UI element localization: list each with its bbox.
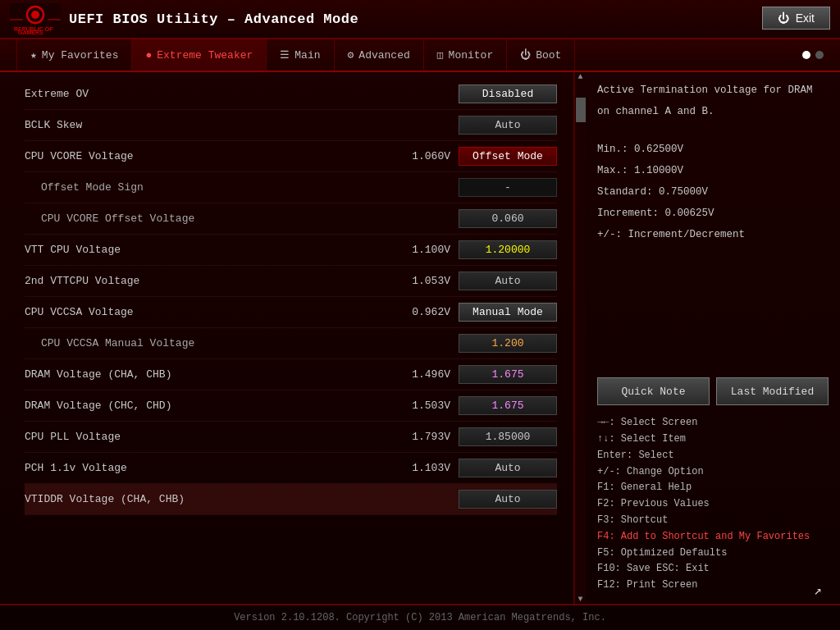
setting-value-cpu-pll[interactable]: 1.85000 (459, 427, 557, 446)
footer-text: Version 2.10.1208. Copyright (C) 2013 Am… (234, 612, 606, 623)
help-line-5: F1: General Help (597, 480, 829, 496)
last-modified-button[interactable]: Last Modified (716, 377, 829, 405)
header: REPUBLIC OF GAMERS UEFI BIOS Utility – A… (0, 0, 840, 39)
setting-current-cpu-vcore: 1.060V (385, 150, 450, 162)
help-line-9: F5: Optimized Defaults (597, 546, 829, 562)
setting-name-bclk-skew: BCLK Skew (25, 119, 385, 131)
setting-value-vtt-cpu[interactable]: 1.20000 (459, 240, 557, 259)
setting-name-extreme-ov: Extreme OV (25, 88, 385, 100)
setting-current-pch-11v: 1.103V (385, 462, 450, 474)
setting-row-offset-sign[interactable]: Offset Mode Sign - (25, 172, 557, 203)
info-line-5: Standard: 0.75000V (597, 184, 829, 200)
nav-item-advanced[interactable]: ⚙ Advanced (335, 39, 424, 71)
setting-name-vtt-cpu: VTT CPU Voltage (25, 244, 385, 256)
setting-name-vtiddr-chachb: VTIDDR Voltage (CHA, CHB) (25, 493, 385, 505)
cursor-icon: ↗ (814, 582, 822, 599)
setting-row-vtiddr-chachb[interactable]: VTIDDR Voltage (CHA, CHB) Auto (25, 484, 557, 515)
footer: Version 2.10.1208. Copyright (C) 2013 Am… (0, 604, 840, 630)
help-line-4: +/-: Change Option (597, 464, 829, 481)
info-line-4: Max.: 1.10000V (597, 162, 829, 179)
info-line-6: Increment: 0.00625V (597, 205, 829, 221)
main-content: Extreme OV Disabled BCLK Skew Auto CPU V… (0, 72, 840, 604)
nav-item-favorites[interactable]: ★ My Favorites (16, 39, 132, 71)
setting-value-vcore-offset[interactable]: 0.060 (459, 209, 557, 228)
star-icon: ★ (30, 48, 37, 62)
help-line-2: ↑↓: Select Item (597, 431, 829, 448)
setting-value-cpu-vccsa[interactable]: Manual Mode (459, 303, 557, 322)
scroll-thumb[interactable] (576, 98, 586, 122)
nav-dots (802, 51, 824, 59)
setting-row-cpu-pll[interactable]: CPU PLL Voltage 1.793V 1.85000 (25, 422, 557, 453)
setting-name-pch-11v: PCH 1.1v Voltage (25, 462, 385, 474)
setting-name-cpu-vccsa: CPU VCCSA Voltage (25, 306, 385, 318)
setting-name-vcore-offset: CPU VCORE Offset Voltage (25, 212, 385, 225)
monitor-icon: ◫ (437, 48, 444, 62)
setting-value-offset-sign[interactable]: - (459, 178, 557, 197)
setting-row-pch-11v[interactable]: PCH 1.1v Voltage 1.103V Auto (25, 453, 557, 484)
setting-row-dram-chachb[interactable]: DRAM Voltage (CHA, CHB) 1.496V 1.675 (25, 359, 557, 390)
help-line-3: Enter: Select (597, 448, 829, 464)
setting-value-vtiddr-chachb[interactable]: Auto (459, 490, 557, 509)
nav-item-monitor[interactable]: ◫ Monitor (424, 39, 507, 71)
setting-value-2nd-vttcpu[interactable]: Auto (459, 272, 557, 290)
setting-current-cpu-pll: 1.793V (385, 431, 450, 443)
exit-button[interactable]: ⏻ Exit (762, 7, 830, 30)
nav-dot-2 (815, 51, 824, 59)
help-line-6: F2: Previous Values (597, 496, 829, 513)
quick-note-button[interactable]: Quick Note (597, 377, 710, 405)
setting-value-cpu-vcore[interactable]: Offset Mode (459, 147, 557, 166)
setting-current-cpu-vccsa: 0.962V (385, 306, 450, 318)
setting-row-2nd-vttcpu[interactable]: 2nd VTTCPU Voltage 1.053V Auto (25, 266, 557, 297)
setting-value-bclk-skew[interactable]: Auto (459, 116, 557, 135)
help-line-10: F10: Save ESC: Exit (597, 561, 829, 578)
setting-row-vtt-cpu[interactable]: VTT CPU Voltage 1.100V 1.20000 (25, 235, 557, 266)
setting-name-cpu-vcore: CPU VCORE Voltage (25, 150, 385, 162)
setting-current-2nd-vttcpu: 1.053V (385, 275, 450, 287)
setting-value-dram-chachb[interactable]: 1.675 (459, 365, 557, 384)
navbar: ★ My Favorites ● Extreme Tweaker ☰ Main … (0, 39, 840, 72)
setting-value-vccsa-manual[interactable]: 1.200 (459, 334, 557, 353)
scroll-down-arrow[interactable]: ▼ (578, 595, 582, 604)
info-line-7: +/-: Increment/Decrement (597, 226, 829, 243)
setting-name-vccsa-manual: CPU VCCSA Manual Voltage (25, 337, 385, 349)
help-line-8: F4: Add to Shortcut and My Favorites (597, 529, 829, 546)
setting-name-dram-chcchd: DRAM Voltage (CHC, CHD) (25, 399, 385, 412)
help-line-7: F3: Shortcut (597, 513, 829, 529)
setting-name-offset-sign: Offset Mode Sign (25, 181, 385, 194)
scroll-up-arrow[interactable]: ▲ (578, 72, 582, 81)
gear-icon: ⚙ (348, 48, 354, 62)
scroll-track[interactable]: ▲ ▼ (574, 72, 586, 604)
rog-logo: REPUBLIC OF GAMERS (10, 3, 61, 34)
setting-value-dram-chcchd[interactable]: 1.675 (459, 396, 557, 415)
setting-name-cpu-pll: CPU PLL Voltage (25, 431, 385, 443)
nav-item-boot[interactable]: ⏻ Boot (507, 39, 575, 71)
nav-item-extreme-tweaker[interactable]: ● Extreme Tweaker (132, 39, 267, 71)
action-buttons: Quick Note Last Modified (597, 377, 829, 405)
setting-row-vcore-offset[interactable]: CPU VCORE Offset Voltage 0.060 (25, 203, 557, 235)
setting-row-bclk-skew[interactable]: BCLK Skew Auto (25, 110, 557, 141)
setting-row-extreme-ov[interactable]: Extreme OV Disabled (25, 79, 557, 110)
list-icon: ☰ (280, 48, 290, 62)
nav-dot-1 (802, 51, 810, 59)
setting-name-2nd-vttcpu: 2nd VTTCPU Voltage (25, 275, 385, 287)
setting-current-dram-chachb: 1.496V (385, 368, 450, 381)
setting-row-cpu-vccsa[interactable]: CPU VCCSA Voltage 0.962V Manual Mode (25, 297, 557, 328)
setting-row-cpu-vcore[interactable]: CPU VCORE Voltage 1.060V Offset Mode (25, 141, 557, 172)
nav-item-main[interactable]: ☰ Main (267, 39, 334, 71)
setting-row-dram-chcchd[interactable]: DRAM Voltage (CHC, CHD) 1.503V 1.675 (25, 390, 557, 422)
right-panel: Active Termination voltage for DRAM on c… (586, 72, 840, 604)
setting-row-vccsa-manual[interactable]: CPU VCCSA Manual Voltage 1.200 (25, 328, 557, 359)
help-line-1: →←: Select Screen (597, 415, 829, 431)
svg-point-2 (31, 11, 39, 19)
setting-current-vtt-cpu: 1.100V (385, 244, 450, 256)
setting-value-extreme-ov[interactable]: Disabled (459, 84, 557, 103)
settings-panel: Extreme OV Disabled BCLK Skew Auto CPU V… (0, 72, 574, 604)
flame-icon: ● (145, 49, 152, 62)
info-line-1: Active Termination voltage for DRAM (597, 82, 829, 98)
logo-area: REPUBLIC OF GAMERS UEFI BIOS Utility – A… (10, 3, 358, 34)
setting-value-pch-11v[interactable]: Auto (459, 459, 557, 477)
info-line-2: on channel A and B. (597, 103, 829, 120)
info-line-3: Min.: 0.62500V (597, 141, 829, 158)
svg-text:GAMERS: GAMERS (18, 30, 43, 34)
setting-current-dram-chcchd: 1.503V (385, 399, 450, 412)
